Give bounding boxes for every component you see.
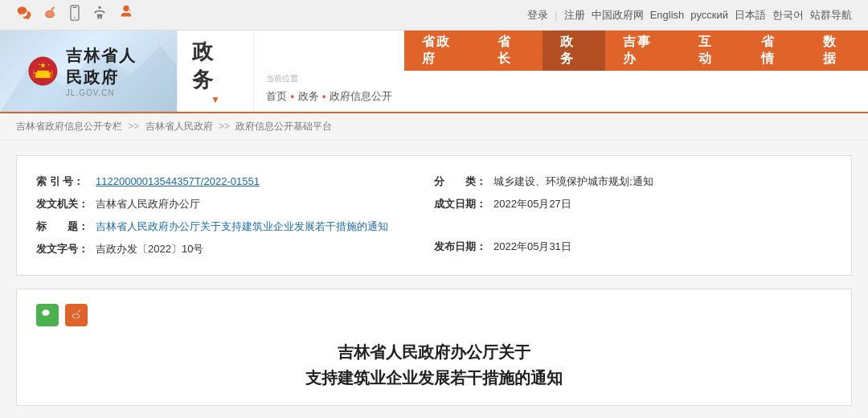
login-link[interactable]: 登录 xyxy=(527,8,548,23)
logo-subtitle: JL.GOV.CN xyxy=(66,88,149,97)
japanese-link[interactable]: 日本語 xyxy=(735,8,766,23)
guide-link[interactable]: 站群导航 xyxy=(810,8,852,23)
svg-point-8 xyxy=(129,10,130,11)
svg-rect-14 xyxy=(37,71,49,73)
doc-title-line2: 支持建筑业企业发展若干措施的通知 xyxy=(36,365,832,391)
zhengwu-arrow: ▼ xyxy=(192,94,239,105)
header-breadcrumb: 当前位置 首页 ● 政务 ● 政府信息公开 xyxy=(254,31,404,112)
biaoti-value[interactable]: 吉林省人民政府办公厅关于支持建筑业企业发展若干措施的通知 xyxy=(96,219,388,234)
mobile-icon[interactable] xyxy=(68,5,82,25)
info-grid: 索 引 号： 11220000013544357T/2022-01551 发文机… xyxy=(36,170,832,260)
breadcrumb-zhengwu[interactable]: 政务 xyxy=(298,89,319,104)
top-utility-bar: 登录 | 注册 中国政府网 English русский 日本語 한국어 站群… xyxy=(0,0,868,31)
info-card: 索 引 号： 11220000013544357T/2022-01551 发文机… xyxy=(16,155,852,276)
info-row-suoyin: 索 引 号： 11220000013544357T/2022-01551 xyxy=(36,170,434,193)
nav-zhengwu[interactable]: 政务 xyxy=(542,31,605,71)
russian-link[interactable]: русский xyxy=(690,9,728,21)
top-nav-links: 登录 | 注册 中国政府网 English русский 日本語 한국어 站群… xyxy=(527,8,852,23)
social-icons xyxy=(16,4,135,27)
logo-area: 吉林省人民政府 JL.GOV.CN xyxy=(0,31,177,112)
fawenzihao-value: 吉政办发〔2022〕10号 xyxy=(96,242,203,256)
header-row: 吉林省人民政府 JL.GOV.CN 政务 ▼ 当前位置 首页 ● 政务 ● 政府… xyxy=(0,31,868,113)
share-icons xyxy=(36,304,832,326)
register-link[interactable]: 注册 xyxy=(564,8,585,23)
logo-text: 吉林省人民政府 JL.GOV.CN xyxy=(66,45,149,97)
breadcrumb-sep-2: ● xyxy=(322,92,326,100)
nav-jishiban[interactable]: 吉事办 xyxy=(605,31,681,71)
breadcrumb-links: 首页 ● 政务 ● 政府信息公开 xyxy=(266,89,392,104)
zhengwu-label: 政务 xyxy=(192,38,239,94)
path-sep-1: >> xyxy=(128,121,139,132)
nav-hudong[interactable]: 互动 xyxy=(681,31,743,71)
info-left-col: 索 引 号： 11220000013544357T/2022-01551 发文机… xyxy=(36,170,434,260)
nav-shuju[interactable]: 数据 xyxy=(805,31,868,71)
nav-shengzhang[interactable]: 省长 xyxy=(480,31,542,71)
svg-point-7 xyxy=(123,5,129,10)
path-link-3[interactable]: 政府信息公开基础平台 xyxy=(235,121,332,132)
english-link[interactable]: English xyxy=(650,9,685,21)
gov-link[interactable]: 中国政府网 xyxy=(592,8,644,23)
korean-link[interactable]: 한국어 xyxy=(772,8,804,23)
breadcrumb-home[interactable]: 首页 xyxy=(266,89,287,104)
breadcrumb-label: 当前位置 xyxy=(266,73,392,84)
breadcrumb-sep-1: ● xyxy=(290,92,294,100)
svg-rect-15 xyxy=(34,72,51,73)
accessibility-icon[interactable] xyxy=(92,5,108,25)
path-link-2[interactable]: 吉林省人民政府 xyxy=(145,121,213,132)
logo-title: 吉林省人民政府 xyxy=(66,45,149,88)
suoyin-value[interactable]: 11220000013544357T/2022-01551 xyxy=(96,175,260,187)
info-row-empty xyxy=(434,215,832,236)
path-link-1[interactable]: 吉林省政府信息公开专栏 xyxy=(16,121,122,132)
nav-shengzhengfu[interactable]: 省政府 xyxy=(404,31,480,71)
weixin-share-button[interactable] xyxy=(36,304,59,326)
info-row-fenlei: 分 类： 城乡建设、环境保护城市规划;通知 xyxy=(434,170,832,193)
info-row-fawenjiguan: 发文机关： 吉林省人民政府办公厅 xyxy=(36,193,434,215)
doc-card: 吉林省人民政府办公厅关于 支持建筑业企业发展若干措施的通知 xyxy=(16,289,852,406)
svg-point-4 xyxy=(74,17,76,18)
doc-title-line1: 吉林省人民政府办公厅关于 xyxy=(36,339,832,365)
svg-point-6 xyxy=(98,6,100,9)
fenlei-value: 城乡建设、环境保护城市规划;通知 xyxy=(493,174,653,189)
info-row-fabu: 发布日期： 2022年05月31日 xyxy=(434,236,832,258)
weibo-icon[interactable] xyxy=(42,5,58,25)
chengwen-value: 2022年05月27日 xyxy=(493,197,571,211)
svg-point-20 xyxy=(73,314,79,318)
info-row-chengwen: 成文日期： 2022年05月27日 xyxy=(434,193,832,215)
weibo-share-button[interactable] xyxy=(65,304,88,326)
main-nav: 省政府 省长 政务 吉事办 互动 省情 数据 xyxy=(404,31,868,71)
fabu-value: 2022年05月31日 xyxy=(493,240,571,254)
fawenjiguan-value: 吉林省人民政府办公厅 xyxy=(96,197,200,211)
info-row-biaoti: 标 题： 吉林省人民政府办公厅关于支持建筑业企业发展若干措施的通知 xyxy=(36,215,434,238)
zhengwu-section: 政务 ▼ xyxy=(177,31,254,112)
info-right-col: 分 类： 城乡建设、环境保护城市规划;通知 成文日期： 2022年05月27日 … xyxy=(434,170,832,260)
doc-title: 吉林省人民政府办公厅关于 支持建筑业企业发展若干措施的通知 xyxy=(36,339,832,391)
baby-icon[interactable] xyxy=(117,4,135,27)
path-sep-2: >> xyxy=(219,121,230,132)
main-content: 索 引 号： 11220000013544357T/2022-01551 发文机… xyxy=(0,141,868,418)
weixin-icon[interactable] xyxy=(16,5,32,25)
government-emblem xyxy=(28,49,58,93)
svg-point-2 xyxy=(46,11,54,18)
nav-shengqing[interactable]: 省情 xyxy=(743,31,806,71)
path-bar: 吉林省政府信息公开专栏 >> 吉林省人民政府 >> 政府信息公开基础平台 xyxy=(0,113,868,141)
breadcrumb-info[interactable]: 政府信息公开 xyxy=(330,89,392,104)
info-row-fawenzihao: 发文字号： 吉政办发〔2022〕10号 xyxy=(36,238,434,260)
